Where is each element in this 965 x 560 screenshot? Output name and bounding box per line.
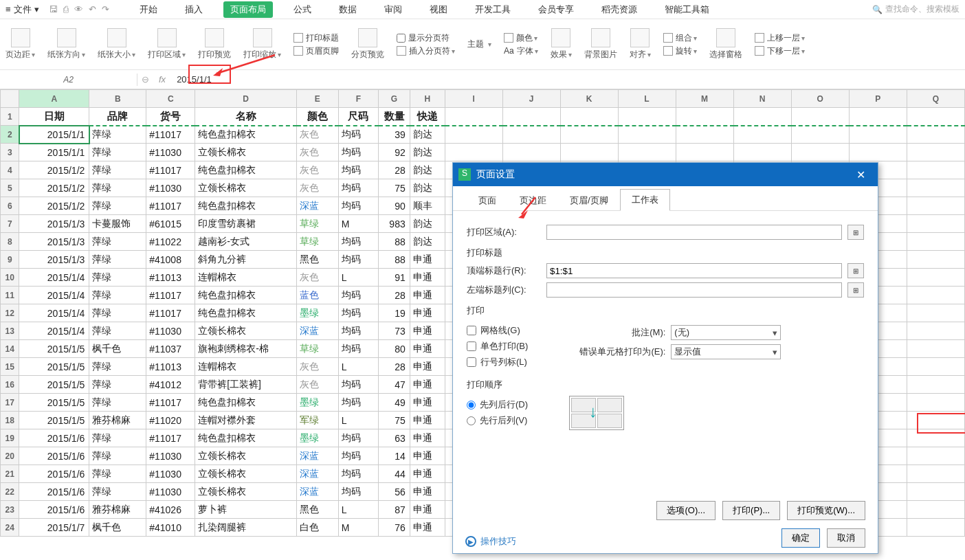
col-header-G[interactable]: G — [379, 90, 410, 108]
row-header-5[interactable]: 5 — [1, 179, 19, 197]
cell-name[interactable]: 立领长棉衣 — [195, 447, 297, 465]
empty-cell[interactable] — [907, 376, 964, 394]
cell-color[interactable]: 灰色 — [297, 179, 339, 197]
cell-size[interactable]: L — [338, 358, 379, 376]
cell-ship[interactable]: 申通 — [410, 412, 445, 429]
page-break-preview[interactable]: 分页预览 — [351, 28, 384, 60]
row-header-10[interactable]: 10 — [1, 269, 19, 287]
empty-cell[interactable] — [907, 394, 964, 412]
cell-date[interactable]: 2015/1/3 — [19, 233, 89, 251]
cell-ship[interactable]: 韵达 — [410, 161, 445, 179]
cell-size[interactable]: 均码 — [338, 144, 379, 161]
empty-cell[interactable] — [907, 412, 964, 429]
cell-date[interactable]: 2015/1/5 — [19, 358, 89, 376]
cell-ship[interactable]: 申通 — [410, 322, 445, 340]
col-header-E[interactable]: E — [297, 90, 339, 108]
cell-qty[interactable]: 75 — [379, 179, 410, 197]
cell-brand[interactable]: 萍绿 — [89, 429, 146, 447]
cell-qty[interactable]: 47 — [379, 376, 410, 394]
cell-ship[interactable]: 申通 — [410, 340, 445, 358]
empty-cell[interactable] — [791, 126, 849, 144]
empty-cell[interactable] — [907, 304, 964, 322]
cell-name[interactable]: 纯色盘扣棉衣 — [195, 429, 297, 447]
cell-sku[interactable]: #11022 — [146, 233, 195, 251]
cell-name[interactable]: 扎染阔腿裤 — [195, 519, 297, 537]
empty-cell[interactable] — [907, 197, 964, 215]
header-cell[interactable]: 名称 — [195, 108, 297, 126]
empty-cell[interactable] — [502, 126, 560, 144]
col-header-L[interactable]: L — [618, 90, 676, 108]
col-header-A[interactable]: A — [19, 90, 89, 108]
header-cell[interactable]: 货号 — [146, 108, 195, 126]
empty-cell[interactable] — [445, 144, 502, 161]
header-cell[interactable]: 快递 — [410, 108, 445, 126]
print-area-button[interactable]: 打印区域 — [148, 28, 186, 60]
cell-color[interactable]: 墨绿 — [297, 429, 339, 447]
cell-size[interactable]: L — [338, 412, 379, 429]
cell-name[interactable]: 立领长棉衣 — [195, 144, 297, 161]
cell-sku[interactable]: #11030 — [146, 465, 195, 483]
cell-sku[interactable]: #11013 — [146, 358, 195, 376]
cell-name[interactable]: 纯色盘扣棉衣 — [195, 304, 297, 322]
show-breaks-check[interactable]: 显示分页符 — [397, 32, 455, 44]
cell-qty[interactable]: 73 — [379, 322, 410, 340]
col-header-N[interactable]: N — [733, 90, 791, 108]
cell-qty[interactable]: 44 — [379, 465, 410, 483]
tab-docer[interactable]: 稻壳资源 — [595, 1, 644, 18]
empty-cell[interactable] — [907, 161, 964, 179]
zoom-icon[interactable]: ⊖ — [137, 74, 153, 85]
cell-color[interactable]: 草绿 — [297, 233, 339, 251]
cell-color[interactable]: 灰色 — [297, 161, 339, 179]
group-button[interactable]: 组合 — [663, 32, 697, 44]
cell-ship[interactable]: 申通 — [410, 429, 445, 447]
col-header-K[interactable]: K — [560, 90, 618, 108]
cell-ship[interactable]: 韵达 — [410, 144, 445, 161]
cell-qty[interactable]: 19 — [379, 304, 410, 322]
move-up-button[interactable]: 上移一层 — [755, 32, 805, 44]
cell-sku[interactable]: #11017 — [146, 126, 195, 144]
cell-sku[interactable]: #61015 — [146, 215, 195, 233]
cell-ship[interactable]: 申通 — [410, 519, 445, 537]
cell-name[interactable]: 旗袍刺绣棉衣-棉 — [195, 340, 297, 358]
empty-cell[interactable] — [676, 144, 733, 161]
cell-color[interactable]: 灰色 — [297, 144, 339, 161]
empty-cell[interactable] — [618, 108, 676, 126]
cell-brand[interactable]: 萍绿 — [89, 161, 146, 179]
cell-date[interactable]: 2015/1/6 — [19, 465, 89, 483]
cell-qty[interactable]: 63 — [379, 429, 410, 447]
row-header-2[interactable]: 2 — [1, 126, 19, 144]
cell-color[interactable]: 深蓝 — [297, 483, 339, 501]
row-header-7[interactable]: 7 — [1, 215, 19, 233]
row-header-20[interactable]: 20 — [1, 447, 19, 465]
empty-cell[interactable] — [907, 251, 964, 269]
name-box[interactable]: A2 — [0, 74, 137, 86]
cell-brand[interactable]: 萍绿 — [89, 179, 146, 197]
empty-cell[interactable] — [560, 108, 618, 126]
col-header-C[interactable]: C — [146, 90, 195, 108]
cell-brand[interactable]: 萍绿 — [89, 197, 146, 215]
row-header-9[interactable]: 9 — [1, 251, 19, 269]
tab-insert[interactable]: 插入 — [178, 1, 210, 18]
cell-size[interactable]: 均码 — [338, 340, 379, 358]
cell-ship[interactable]: 申通 — [410, 269, 445, 287]
cell-date[interactable]: 2015/1/1 — [19, 144, 89, 161]
fonts-button[interactable]: Aa 字体 — [504, 45, 538, 57]
move-down-button[interactable]: 下移一层 — [755, 45, 805, 57]
cell-size[interactable]: 均码 — [338, 251, 379, 269]
bg-image-button[interactable]: 背景图片 — [584, 28, 617, 60]
cell-date[interactable]: 2015/1/2 — [19, 161, 89, 179]
tab-sheet[interactable]: 工作表 — [620, 189, 670, 211]
empty-cell[interactable] — [733, 108, 791, 126]
tab-view[interactable]: 视图 — [423, 1, 454, 18]
cell-size[interactable]: L — [338, 269, 379, 287]
empty-cell[interactable] — [618, 126, 676, 144]
cell-date[interactable]: 2015/1/6 — [19, 501, 89, 519]
row-header-11[interactable]: 11 — [1, 287, 19, 304]
cell-ship[interactable]: 申通 — [410, 251, 445, 269]
cell-date[interactable]: 2015/1/5 — [19, 394, 89, 412]
cell-size[interactable]: 均码 — [338, 429, 379, 447]
empty-cell[interactable] — [502, 144, 560, 161]
error-select[interactable]: 显示值 — [671, 344, 781, 359]
cell-brand[interactable]: 卡蔓服饰 — [89, 215, 146, 233]
col-header-P[interactable]: P — [849, 90, 907, 108]
